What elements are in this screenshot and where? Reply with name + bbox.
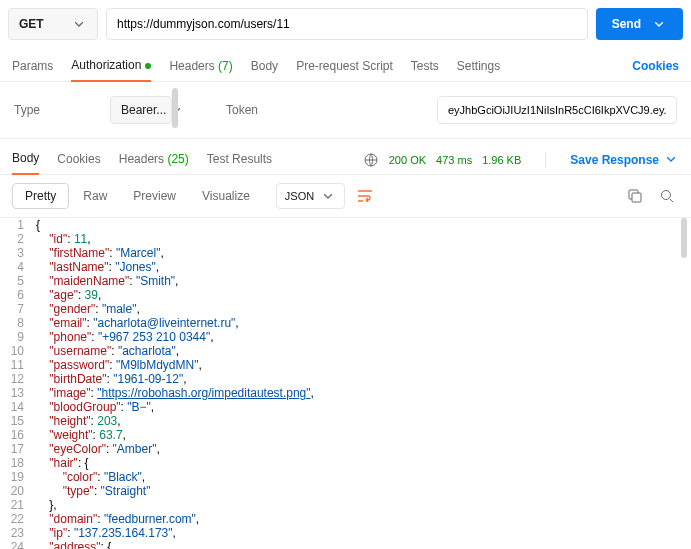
code-line: 13 "image": "https://robohash.org/impedi… [0, 386, 691, 400]
line-content: }, [36, 498, 57, 512]
send-label: Send [612, 17, 641, 31]
format-select[interactable]: JSON [276, 183, 345, 209]
code-line: 22 "domain": "feedburner.com", [0, 512, 691, 526]
status-size: 1.96 KB [482, 154, 521, 166]
resp-tab-body[interactable]: Body [12, 145, 39, 175]
code-line: 10 "username": "acharlota", [0, 344, 691, 358]
line-number: 3 [0, 246, 36, 260]
chevron-down-icon [651, 16, 667, 32]
tab-authorization[interactable]: Authorization [71, 52, 151, 82]
tab-body[interactable]: Body [251, 53, 278, 81]
line-content: "color": "Black", [36, 470, 145, 484]
code-line: 17 "eyeColor": "Amber", [0, 442, 691, 456]
line-number: 13 [0, 386, 36, 400]
send-button[interactable]: Send [596, 8, 683, 40]
search-icon[interactable] [659, 188, 675, 204]
line-number: 8 [0, 316, 36, 330]
code-line: 14 "bloodGroup": "B−", [0, 400, 691, 414]
line-number: 4 [0, 260, 36, 274]
tab-headers[interactable]: Headers (7) [169, 53, 232, 81]
code-line: 8 "email": "acharlota@liveinternet.ru", [0, 316, 691, 330]
token-label: Token [226, 103, 258, 117]
line-content: "address": { [36, 540, 111, 549]
cookies-link[interactable]: Cookies [632, 53, 679, 81]
line-content: "maidenName": "Smith", [36, 274, 178, 288]
code-line: 20 "type": "Straight" [0, 484, 691, 498]
line-number: 24 [0, 540, 36, 549]
auth-type-label: Type [14, 103, 40, 117]
line-content: { [36, 218, 40, 232]
modified-dot-icon [145, 63, 151, 69]
line-number: 12 [0, 372, 36, 386]
save-response-button[interactable]: Save Response [570, 152, 679, 168]
chevron-down-icon [71, 16, 87, 32]
view-raw-button[interactable]: Raw [71, 184, 119, 208]
code-line: 4 "lastName": "Jones", [0, 260, 691, 274]
line-number: 18 [0, 456, 36, 470]
url-input[interactable] [106, 8, 588, 40]
line-content: "lastName": "Jones", [36, 260, 159, 274]
code-line: 9 "phone": "+967 253 210 0344", [0, 330, 691, 344]
tab-settings[interactable]: Settings [457, 53, 500, 81]
line-number: 17 [0, 442, 36, 456]
svg-point-2 [662, 191, 671, 200]
code-line: 23 "ip": "137.235.164.173", [0, 526, 691, 540]
status-code: 200 OK [389, 154, 426, 166]
line-content: "type": "Straight" [36, 484, 150, 498]
line-content: "weight": 63.7, [36, 428, 126, 442]
line-number: 22 [0, 512, 36, 526]
line-number: 19 [0, 470, 36, 484]
code-line: 6 "age": 39, [0, 288, 691, 302]
line-content: "birthDate": "1961-09-12", [36, 372, 186, 386]
tab-params[interactable]: Params [12, 53, 53, 81]
auth-type-select[interactable]: Bearer... [110, 96, 172, 124]
view-pretty-button[interactable]: Pretty [12, 183, 69, 209]
code-line: 24 "address": { [0, 540, 691, 549]
line-content: "phone": "+967 253 210 0344", [36, 330, 214, 344]
view-preview-button[interactable]: Preview [121, 184, 188, 208]
method-select[interactable]: GET [8, 8, 98, 40]
resp-tab-headers[interactable]: Headers (25) [119, 146, 189, 174]
code-line: 11 "password": "M9lbMdydMN", [0, 358, 691, 372]
line-content: "ip": "137.235.164.173", [36, 526, 176, 540]
method-value: GET [19, 17, 44, 31]
copy-icon[interactable] [627, 188, 643, 204]
scrollbar-thumb[interactable] [681, 218, 687, 258]
line-content: "firstName": "Marcel", [36, 246, 164, 260]
line-number: 10 [0, 344, 36, 358]
code-line: 1{ [0, 218, 691, 232]
chevron-down-icon [320, 188, 336, 204]
line-content: "bloodGroup": "B−", [36, 400, 154, 414]
line-content: "hair": { [36, 456, 89, 470]
code-line: 7 "gender": "male", [0, 302, 691, 316]
line-number: 1 [0, 218, 36, 232]
line-content: "domain": "feedburner.com", [36, 512, 199, 526]
code-line: 15 "height": 203, [0, 414, 691, 428]
line-number: 14 [0, 400, 36, 414]
line-content: "image": "https://robohash.org/impeditau… [36, 386, 314, 400]
line-number: 16 [0, 428, 36, 442]
line-number: 9 [0, 330, 36, 344]
line-content: "age": 39, [36, 288, 101, 302]
view-visualize-button[interactable]: Visualize [190, 184, 262, 208]
line-number: 7 [0, 302, 36, 316]
line-content: "eyeColor": "Amber", [36, 442, 160, 456]
tab-tests[interactable]: Tests [411, 53, 439, 81]
response-body[interactable]: 1{2 "id": 11,3 "firstName": "Marcel",4 "… [0, 218, 691, 549]
code-line: 3 "firstName": "Marcel", [0, 246, 691, 260]
line-number: 2 [0, 232, 36, 246]
resp-tab-test-results[interactable]: Test Results [207, 146, 272, 174]
line-content: "username": "acharlota", [36, 344, 179, 358]
code-line: 2 "id": 11, [0, 232, 691, 246]
line-number: 11 [0, 358, 36, 372]
line-number: 21 [0, 498, 36, 512]
token-input[interactable] [437, 96, 677, 124]
tab-prerequest[interactable]: Pre-request Script [296, 53, 393, 81]
wrap-lines-icon[interactable] [357, 188, 373, 204]
line-number: 6 [0, 288, 36, 302]
resp-tab-cookies[interactable]: Cookies [57, 146, 100, 174]
globe-icon [363, 152, 379, 168]
chevron-down-icon [663, 152, 679, 168]
scrollbar-thumb[interactable] [172, 88, 178, 128]
code-line: 12 "birthDate": "1961-09-12", [0, 372, 691, 386]
